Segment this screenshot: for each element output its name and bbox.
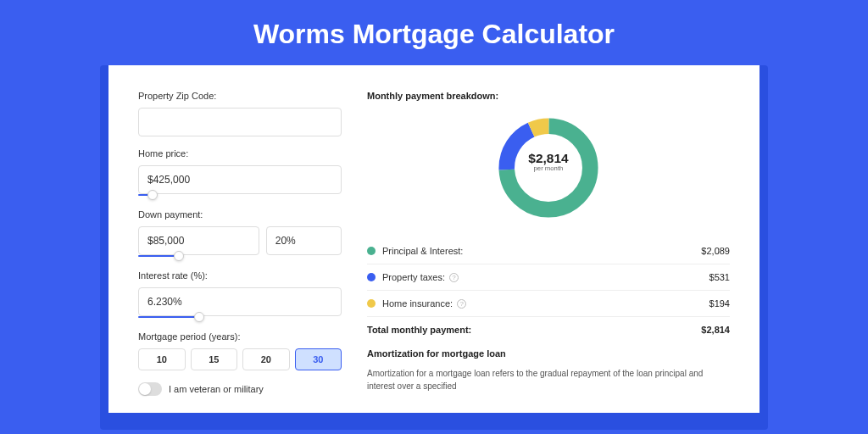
legend-val-tax: $531 <box>709 272 730 282</box>
legend-label-pi: Principal & Interest: <box>382 246 701 256</box>
down-pct-input[interactable] <box>266 226 342 255</box>
zip-input[interactable] <box>138 108 342 136</box>
legend-val-pi: $2,089 <box>701 246 730 256</box>
period-btn-30[interactable]: 30 <box>295 348 342 370</box>
amort-title: Amortization for mortgage loan <box>367 348 730 359</box>
rate-label: Interest rate (%): <box>138 270 342 281</box>
rate-input[interactable] <box>138 287 342 316</box>
toggle-knob <box>139 383 151 395</box>
veteran-toggle[interactable] <box>138 382 162 396</box>
veteran-label: I am veteran or military <box>169 384 264 394</box>
veteran-toggle-row: I am veteran or military <box>138 382 342 396</box>
total-row: Total monthly payment: $2,814 <box>367 317 730 348</box>
legend-dot-ins <box>367 299 376 308</box>
down-amount-input[interactable] <box>138 226 259 255</box>
info-icon[interactable]: ? <box>449 273 459 282</box>
period-btn-15[interactable]: 15 <box>191 348 238 370</box>
page-title: Worms Mortgage Calculator <box>0 0 868 65</box>
price-input[interactable] <box>138 165 342 194</box>
info-icon[interactable]: ? <box>457 299 466 309</box>
rate-field-group: Interest rate (%): <box>138 270 342 320</box>
price-slider-thumb[interactable] <box>147 190 158 200</box>
down-label: Down payment: <box>138 209 342 220</box>
rate-slider-thumb[interactable] <box>194 312 204 322</box>
calculator-card: Property Zip Code: Home price: Down paym… <box>108 65 760 413</box>
zip-field-group: Property Zip Code: <box>138 91 342 136</box>
total-label: Total monthly payment: <box>367 325 701 335</box>
legend-row-ins: Home insurance: ? $194 <box>367 291 730 317</box>
legend-dot-tax <box>367 273 376 281</box>
legend-label-tax: Property taxes: ? <box>382 272 709 282</box>
donut-chart: $2,814 per month <box>367 113 730 223</box>
amort-text: Amortization for a mortgage loan refers … <box>367 367 730 392</box>
legend-row-pi: Principal & Interest: $2,089 <box>367 238 730 264</box>
down-slider[interactable] <box>138 253 342 259</box>
period-label: Mortgage period (years): <box>138 331 342 342</box>
donut-amount: $2,814 <box>515 149 582 165</box>
total-val: $2,814 <box>701 325 730 335</box>
card-container: Property Zip Code: Home price: Down paym… <box>100 65 768 430</box>
legend-val-ins: $194 <box>709 298 730 309</box>
price-slider[interactable] <box>138 192 342 198</box>
period-btn-10[interactable]: 10 <box>138 348 186 370</box>
donut-svg: $2,814 per month <box>493 113 604 223</box>
price-label: Home price: <box>138 148 342 159</box>
donut-sub: per month <box>515 165 582 173</box>
down-field-group: Down payment: <box>138 209 342 259</box>
legend-label-ins: Home insurance: ? <box>382 298 709 309</box>
down-slider-thumb[interactable] <box>174 251 184 261</box>
breakdown-column: Monthly payment breakdown: $2,814 per mo… <box>367 91 730 396</box>
rate-slider[interactable] <box>138 314 342 320</box>
period-field-group: Mortgage period (years): 10 15 20 30 <box>138 331 342 370</box>
price-field-group: Home price: <box>138 148 342 198</box>
breakdown-title: Monthly payment breakdown: <box>367 91 730 101</box>
legend-row-tax: Property taxes: ? $531 <box>367 264 730 291</box>
zip-label: Property Zip Code: <box>138 91 342 101</box>
legend-dot-pi <box>367 247 376 255</box>
period-button-row: 10 15 20 30 <box>138 348 342 370</box>
inputs-column: Property Zip Code: Home price: Down paym… <box>138 91 342 396</box>
period-btn-20[interactable]: 20 <box>242 348 290 370</box>
